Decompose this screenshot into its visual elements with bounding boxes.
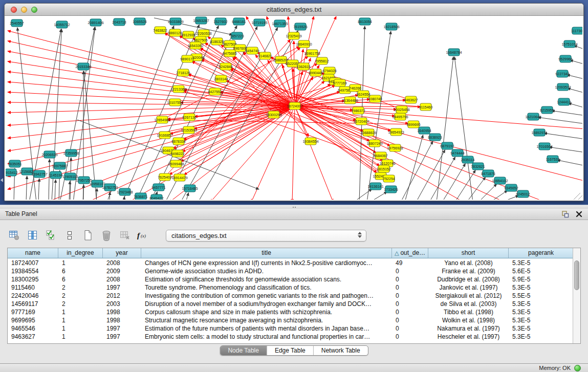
table-row[interactable]: 1830029562008Estimation of significance … <box>8 275 573 283</box>
cell: 14569117 <box>8 300 58 308</box>
table-row[interactable]: 1872400712008Changes of HCN gene express… <box>8 259 573 267</box>
graph-node-label: 3915412 <box>6 171 18 174</box>
table-row[interactable]: 1456911722003Disruption of a novel membe… <box>8 300 573 308</box>
graph-node-label: 5498222 <box>170 152 184 156</box>
graph-node-label: 7955812 <box>315 59 329 63</box>
cell: 18724007 <box>8 259 58 267</box>
select-columns-icon <box>46 230 57 241</box>
table-selector-dropdown[interactable]: citations_edges.txt <box>166 230 366 242</box>
split-pane-handle[interactable] <box>292 206 297 208</box>
cell: 2 <box>58 300 103 308</box>
graph-edge <box>569 103 582 108</box>
graph-edge <box>38 179 39 200</box>
graph-node-label: 7832621 <box>471 165 485 168</box>
graph-node-label: 7625402 <box>158 176 171 179</box>
graph-node-label: 1167533 <box>546 158 560 161</box>
table-row[interactable]: 911546021997Tourette syndrome. Phenomeno… <box>8 283 573 292</box>
column-header-pagerank[interactable]: pagerank <box>509 248 574 258</box>
graph-edge <box>429 157 455 200</box>
network-window-titlebar[interactable]: citations_edges.txt <box>5 4 583 16</box>
graph-edge <box>110 192 110 200</box>
new-table-button[interactable] <box>81 229 95 243</box>
resize-grip[interactable] <box>574 193 582 200</box>
column-header-title[interactable]: title <box>141 248 392 258</box>
graph-edge <box>401 141 433 200</box>
graph-node-label: 15885205 <box>273 58 289 62</box>
cell: 0 <box>392 275 428 283</box>
graph-edge <box>136 26 219 200</box>
cell: 1 <box>58 316 103 324</box>
column-header-short[interactable]: short <box>428 248 509 258</box>
select-columns-button[interactable] <box>44 229 58 243</box>
cell: 2012 <box>103 292 141 300</box>
graph-node-label: 14136141 <box>367 185 383 188</box>
graph-node-label: 18724007 <box>287 104 302 108</box>
tab-edge-table[interactable]: Edge Table <box>267 346 313 355</box>
column-header-name[interactable]: name <box>8 248 58 258</box>
network-window[interactable]: citations_edges.txt 25405571405571220891… <box>4 3 584 201</box>
network-canvas[interactable]: 2540557140557122089140620437181065528160… <box>6 16 582 200</box>
graph-edge <box>502 195 519 200</box>
graph-node-label: 7986372 <box>351 109 365 113</box>
graph-node-label: 10719195 <box>251 21 267 25</box>
cell: 5.3E-5 <box>509 259 573 267</box>
graph-node-label: 7463822 <box>153 29 167 32</box>
close-panel-icon[interactable] <box>575 210 583 218</box>
function-builder-button[interactable]: f (x) <box>136 229 150 243</box>
table-row[interactable]: 2242004622012Investigating the contribut… <box>8 292 573 300</box>
graph-node-label: 16543392 <box>187 44 203 48</box>
graph-node-label: 10025458 <box>394 108 409 112</box>
cell: 1997 <box>103 324 141 333</box>
cell: 2003 <box>103 300 141 308</box>
graph-node-label: 8186328 <box>210 40 224 43</box>
tab-network-table[interactable]: Network Table <box>313 346 368 355</box>
table-settings-button[interactable] <box>7 229 21 243</box>
graph-node-label: 10688639 <box>360 131 376 135</box>
cell: 5.3E-5 <box>509 308 573 316</box>
graph-edge <box>26 176 27 200</box>
graph-node-label: 1527602 <box>213 20 227 24</box>
window-title: citations_edges.txt <box>5 4 583 16</box>
graph-edge <box>165 27 257 200</box>
delete-rows-button[interactable] <box>99 229 113 243</box>
graph-node-label: 9457771 <box>151 186 165 189</box>
delete-table-button[interactable] <box>118 229 132 243</box>
show-column-button[interactable] <box>26 229 39 243</box>
table-row[interactable]: 977716911998Corpus callosum shape and si… <box>8 308 573 316</box>
svg-text:f: f <box>137 231 141 239</box>
graph-node-label: 1065528 <box>133 20 146 24</box>
vertical-scrollbar[interactable] <box>573 248 580 343</box>
graph-node-label: 8860128 <box>168 31 182 35</box>
graph-node-label: 7636871 <box>134 195 147 199</box>
graph-node-label: 8471876 <box>481 172 495 176</box>
graph-node-label: 21364486 <box>342 99 358 102</box>
graph-node-label: 8215955 <box>540 108 554 112</box>
panel-collapse-arrow[interactable] <box>1 178 3 182</box>
graph-node-label: 20891406 <box>88 21 103 25</box>
graph-node-label: 9227343 <box>555 72 569 76</box>
tab-node-table[interactable]: Node Table <box>220 346 267 355</box>
cell: 2008 <box>103 275 141 283</box>
cell: 1998 <box>103 316 141 324</box>
table-row[interactable]: 969969511998Structural magnetic resonanc… <box>8 316 573 324</box>
cell: 2 <box>58 292 103 300</box>
column-header-out_de[interactable]: △out_de… <box>392 248 428 258</box>
graph-node-label: 15892971 <box>531 131 547 135</box>
float-panel-icon[interactable] <box>561 210 569 218</box>
scrollbar-thumb[interactable] <box>574 260 579 290</box>
column-header-year[interactable]: year <box>103 248 141 258</box>
cell: 0 <box>392 333 428 341</box>
table-row[interactable]: 946554611997Estimation of the future num… <box>8 324 573 333</box>
graph-edge <box>167 120 413 124</box>
column-header-in_degree[interactable]: in_degree <box>58 248 103 258</box>
split-pane-divider[interactable] <box>0 205 588 209</box>
graph-edge <box>8 106 295 138</box>
graph-node-label: 19218506 <box>383 25 399 29</box>
table-row[interactable]: 946362711997Embryonic stem cells: a mode… <box>8 333 573 341</box>
cell: Nakamura et al. (1997) <box>428 324 509 333</box>
table-row[interactable]: 1938455462009Genome-wide association stu… <box>8 267 573 275</box>
rows-button[interactable] <box>62 229 76 243</box>
graph-node-label: 10958107 <box>89 182 105 186</box>
cell: Jankovic et al. (1997) <box>428 283 509 292</box>
graph-node-label: 9890177 <box>180 57 194 61</box>
